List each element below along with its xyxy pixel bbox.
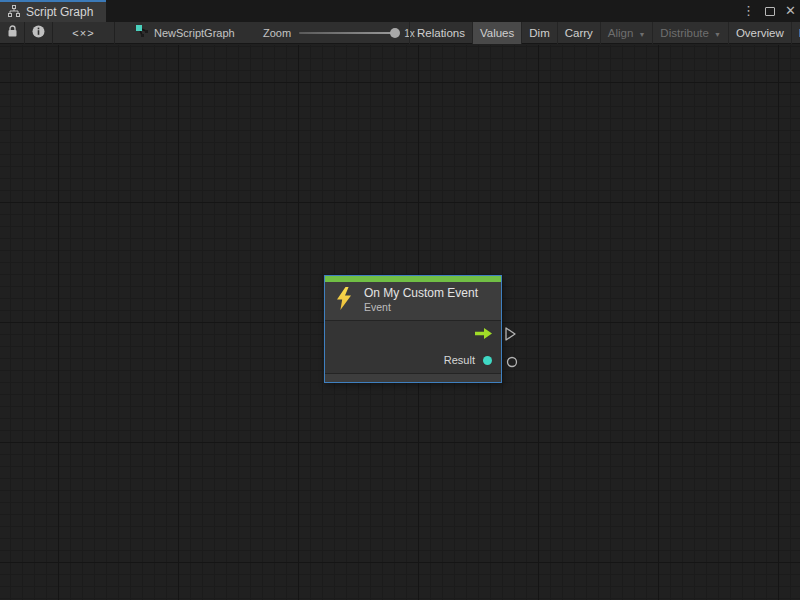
- lock-button[interactable]: [0, 22, 25, 44]
- graph-asset-name: NewScriptGraph: [154, 27, 235, 39]
- info-icon: [32, 24, 45, 42]
- window-controls: ⋮ ✕: [742, 0, 796, 22]
- code-angle-brackets-icon: <×>: [72, 27, 94, 39]
- graph-hierarchy-icon: [8, 3, 20, 21]
- zoom-slider-handle[interactable]: [390, 28, 400, 38]
- port-label-result: Result: [444, 354, 475, 366]
- node-header[interactable]: On My Custom Event Event: [325, 282, 501, 320]
- node-footer: [325, 374, 501, 382]
- value-output-row[interactable]: Result: [325, 347, 501, 373]
- values-button[interactable]: Values: [472, 22, 521, 44]
- info-button[interactable]: [25, 22, 53, 44]
- script-graph-asset-icon: [135, 24, 149, 42]
- tab-bar: Script Graph ⋮ ✕: [0, 0, 800, 22]
- dim-button[interactable]: Dim: [521, 22, 556, 44]
- align-dropdown[interactable]: Align ▼: [600, 22, 653, 44]
- tab-label: Script Graph: [26, 5, 93, 19]
- toolbar-right-buttons: Relations Values Dim Carry Align ▼ Distr…: [409, 22, 800, 44]
- close-icon[interactable]: ✕: [785, 0, 796, 22]
- node-titles: On My Custom Event Event: [364, 286, 478, 314]
- window-menu-icon[interactable]: ⋮: [742, 0, 755, 22]
- external-control-port-triangle[interactable]: [505, 327, 516, 345]
- node-on-my-custom-event[interactable]: On My Custom Event Event Result: [324, 275, 502, 383]
- chevron-down-icon: ▼: [714, 31, 721, 38]
- script-graph-window: Script Graph ⋮ ✕: [0, 0, 800, 600]
- node-subtitle: Event: [364, 301, 478, 314]
- graph-canvas[interactable]: On My Custom Event Event Result: [0, 45, 800, 600]
- overview-button[interactable]: Overview: [728, 22, 791, 44]
- maximize-icon[interactable]: [765, 7, 775, 16]
- zoom-control: Zoom 1x: [263, 22, 415, 44]
- code-view-button[interactable]: <×>: [53, 22, 115, 44]
- value-dot-icon: [483, 356, 492, 365]
- toolbar: <×> NewScriptGraph Zoom 1x Relations V: [0, 22, 800, 44]
- tab-script-graph[interactable]: Script Graph: [0, 0, 106, 22]
- graph-asset-reference[interactable]: NewScriptGraph: [135, 22, 235, 44]
- zoom-label: Zoom: [263, 27, 291, 39]
- zoom-slider[interactable]: [299, 32, 395, 34]
- node-port-area: Result: [325, 321, 501, 373]
- fullscreen-button[interactable]: Full Screen: [791, 22, 800, 44]
- relations-button[interactable]: Relations: [409, 22, 472, 44]
- lock-icon: [7, 24, 18, 42]
- chevron-down-icon: ▼: [638, 31, 645, 38]
- distribute-dropdown[interactable]: Distribute ▼: [652, 22, 728, 44]
- control-output-row[interactable]: [325, 321, 501, 347]
- carry-button[interactable]: Carry: [557, 22, 600, 44]
- lightning-bolt-icon: [336, 287, 352, 314]
- flow-arrow-icon: [475, 325, 492, 343]
- node-title: On My Custom Event: [364, 286, 478, 301]
- external-value-port-circle[interactable]: [506, 354, 518, 372]
